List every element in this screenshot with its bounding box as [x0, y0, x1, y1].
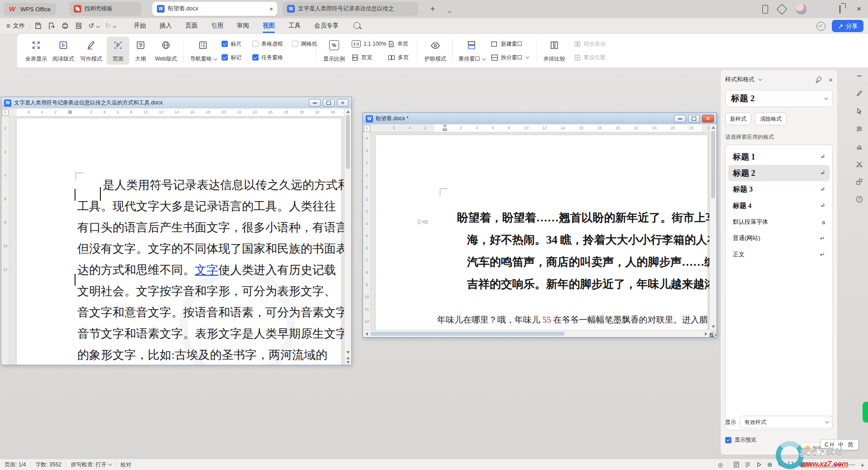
ime-status-badge[interactable]: CH 中 简 — [821, 439, 859, 450]
document-page[interactable]: 是人类用符号记录表达信息以传之久远的方式和 工具。现代文字大多是记录语言的工具。… — [17, 118, 341, 365]
print-icon[interactable] — [61, 22, 69, 29]
multi-page-button[interactable]: 多页 — [388, 52, 409, 63]
scissors-icon[interactable] — [856, 160, 863, 168]
file-menu[interactable]: 文件 — [13, 22, 25, 30]
horizontal-ruler[interactable]: 6 4 2 2 4 6 8 10 12 14 16 18 20 22 24 26… — [9, 108, 344, 117]
page-indicator[interactable]: 页面: 1/4 — [0, 461, 30, 469]
vertical-ruler[interactable]: 4 3 2 1 1 2 3 4 5 6 7 8 9 10 11 12 — [363, 132, 371, 330]
menu-reference[interactable]: 引用 — [204, 18, 230, 33]
document-text[interactable]: 是人类用符号记录表达信息以传之久远的方式和 工具。现代文字大多是记录语言的工具。… — [77, 174, 349, 365]
shapes-icon[interactable] — [856, 178, 863, 185]
child-minimize-button[interactable] — [309, 99, 321, 107]
vertical-ruler[interactable]: 2 2 4 6 8 10 12 — [1, 117, 9, 365]
scroll-right-icon[interactable] — [705, 332, 708, 336]
select-cursor-icon[interactable] — [856, 108, 863, 115]
menu-review[interactable]: 审阅 — [230, 18, 256, 33]
share-button[interactable]: ↗分享 — [832, 20, 863, 32]
show-preview-checkbox[interactable]: 显示预览 — [725, 436, 756, 444]
page-width-button[interactable]: 页宽 — [352, 52, 372, 63]
menu-view[interactable]: 视图 — [256, 18, 282, 33]
heading-paragraph[interactable]: 盼望着，盼望着……翘首以盼的新年近了。街市上车水马龙，人 海，好不热闹。34 瞧… — [444, 207, 700, 295]
edit-pen-icon[interactable] — [856, 90, 863, 97]
ruler-checkbox[interactable]: 标尺 — [222, 38, 241, 49]
mobile-device-icon[interactable] — [762, 5, 768, 14]
tab-document-wenzi[interactable]: W 文字是人类用符号记录表达信息以传之 — [283, 2, 418, 16]
new-tab-button[interactable]: + — [427, 4, 438, 14]
current-style-dropdown[interactable]: 标题 2 — [725, 90, 833, 107]
close-button[interactable]: × — [854, 5, 863, 14]
single-page-button[interactable]: 单页 — [388, 38, 408, 49]
style-item-heading3[interactable]: 标题 3↵ — [728, 181, 830, 197]
web-layout-button[interactable]: Web版式 — [153, 37, 179, 65]
menu-member[interactable]: 会员专享 — [307, 18, 345, 33]
zoom-in-button[interactable]: + — [860, 461, 864, 469]
app-menu-button[interactable]: W WPS Office — [4, 3, 56, 15]
doc-check-icon[interactable] — [816, 22, 826, 31]
scrollbar-thumb[interactable] — [346, 115, 350, 169]
outline-view-icon[interactable] — [745, 461, 751, 468]
zoom-ratio-button[interactable]: % 显示比例 — [321, 37, 347, 65]
scrollbar-thumb[interactable] — [370, 332, 565, 336]
style-item-normal-web[interactable]: 普通(网站)↵ — [728, 230, 830, 246]
eye-protection-button[interactable]: 护眼模式 — [421, 37, 449, 65]
adjust-sliders-icon[interactable] — [856, 125, 863, 132]
child-restore-button[interactable] — [688, 115, 700, 122]
document-canvas[interactable]: 6 4 2 2 4 6 8 10 12 14 16 18 20 22 24 26… — [1, 108, 351, 365]
document-page[interactable]: H2 盼望着，盼望着……翘首以盼的新年近了。街市上车水马龙，人 海，好不热闹。3… — [376, 135, 708, 330]
left-indent-marker[interactable] — [443, 128, 447, 131]
scroll-up-icon[interactable] — [346, 110, 350, 113]
show-styles-dropdown[interactable]: 有效样式 — [740, 416, 833, 428]
child-window-titlebar[interactable]: W 文字是人类用符号记录表达信息以传之久远的方式和工具.docx ✕ — [1, 97, 351, 108]
redo-button[interactable]: ↻ — [105, 22, 115, 30]
scroll-down-icon[interactable] — [712, 325, 715, 328]
word-count[interactable]: 字数: 3552 — [31, 461, 66, 469]
page-layout-button[interactable]: 页面 — [107, 37, 129, 65]
outline-view-button[interactable]: 大纲 — [130, 37, 151, 65]
fullscreen-status-icon[interactable] — [788, 461, 794, 468]
rearrange-windows-button[interactable]: 重排窗口 — [457, 37, 486, 65]
zoom-level[interactable]: 113% — [799, 461, 812, 468]
panel-title-chevron-icon[interactable] — [758, 77, 762, 80]
scroll-up-icon[interactable] — [712, 126, 715, 129]
menu-page[interactable]: 页面 — [179, 18, 204, 33]
indent-marker[interactable] — [68, 110, 72, 114]
new-window-button[interactable]: 新建窗口 — [491, 38, 523, 49]
zoom-chevron-icon[interactable] — [817, 462, 821, 465]
vertical-scrollbar[interactable] — [344, 108, 351, 365]
maximize-restore-button[interactable] — [835, 5, 844, 13]
writing-mode-button[interactable]: 写作模式 — [79, 37, 104, 65]
previous-page-icon[interactable] — [346, 357, 350, 359]
child-minimize-button[interactable] — [674, 115, 686, 122]
document-canvas[interactable]: 6 4 2 2 4 6 8 10 12 14 16 18 20 22 24 26… — [363, 124, 717, 337]
scroll-left-icon[interactable] — [365, 332, 368, 336]
heading-drag-handle[interactable]: H2 — [417, 219, 428, 225]
proofread-button[interactable]: 校对 — [116, 461, 136, 469]
scroll-down-icon[interactable] — [346, 351, 350, 354]
new-style-button[interactable]: 新样式 — [725, 113, 751, 125]
collapse-icon[interactable] — [856, 72, 863, 80]
style-item-heading2-selected[interactable]: 标题 2↵ — [728, 165, 830, 181]
workspace-cube-icon[interactable] — [776, 4, 787, 14]
print-preview-icon[interactable] — [75, 22, 82, 29]
tab-document-panwangzhe[interactable]: W 盼望着.docx — [152, 2, 277, 16]
page-view-icon[interactable] — [733, 461, 740, 468]
fullscreen-button[interactable]: 全屏显示 — [24, 37, 49, 65]
navigation-pane-button[interactable]: 导航窗格 — [189, 37, 217, 65]
side-by-side-button[interactable]: 并排比较 — [541, 37, 568, 65]
document-window-wenzi[interactable]: W 文字是人类用符号记录表达信息以传之久远的方式和工具.docx ✕ 6 4 2… — [1, 97, 352, 365]
pin-icon[interactable] — [815, 76, 821, 83]
zoom-100-button[interactable]: 1:11:1 100% — [352, 38, 387, 49]
record-icon[interactable]: ◎ — [718, 461, 723, 468]
zoom-slider-knob[interactable] — [842, 462, 847, 467]
child-restore-button[interactable] — [323, 99, 335, 107]
help-icon[interactable]: ? — [856, 196, 863, 203]
markup-checkbox[interactable]: 标记 — [222, 52, 241, 63]
horizontal-scrollbar[interactable] — [363, 330, 710, 337]
child-close-button[interactable]: ✕ — [702, 115, 714, 122]
panel-close-icon[interactable]: × — [829, 76, 833, 84]
menu-insert[interactable]: 插入 — [153, 18, 179, 33]
tab-stop-selector[interactable]: L — [2, 109, 9, 116]
child-window-titlebar[interactable]: W 盼望着.docx * ✕ — [363, 113, 717, 124]
chart-icon[interactable] — [856, 143, 863, 150]
menu-tools[interactable]: 工具 — [282, 18, 307, 33]
